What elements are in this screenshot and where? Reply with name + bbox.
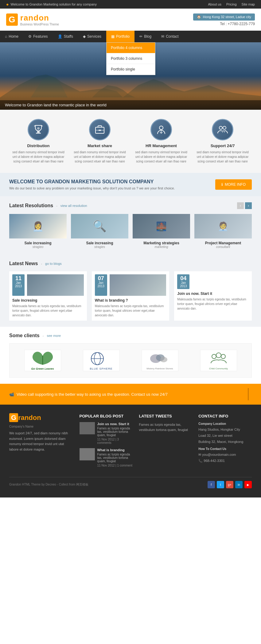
- client-mystery: Mistery Rainbow Stones: [142, 350, 178, 371]
- date-month-2: Jan: [97, 281, 105, 284]
- go-green-logo: Go Green Leaves: [29, 351, 56, 370]
- date-day-2: 07: [97, 276, 105, 281]
- clients-grid: Go Green Leaves BLUE SPHERE: [9, 343, 252, 378]
- main-nav: ⌂ Home ⚙ Features 👤 Staffs ◆ Services ▦ …: [0, 31, 261, 42]
- svg-point-11: [219, 126, 222, 129]
- dropdown-single[interactable]: Portfolio single: [107, 64, 155, 75]
- clients-link[interactable]: see more: [47, 334, 61, 337]
- pricing-link[interactable]: Pricing: [226, 2, 237, 6]
- resolution-title-4: Project Management: [194, 241, 252, 245]
- resolution-img-2: 🔍: [71, 214, 128, 238]
- contact-location-label: Company Location: [198, 422, 252, 425]
- resolution-cat-4: consultant: [194, 245, 252, 249]
- news-link[interactable]: go to blogs: [45, 262, 62, 265]
- feature-market-title: Market share: [73, 143, 127, 148]
- svg-point-6: [37, 127, 40, 130]
- news-2-top: 07 Jan 2013: [95, 274, 166, 296]
- feature-market-desc: sed diam nonumy eirmod tempor invid unt …: [73, 150, 127, 164]
- bridge-icon: 🌉: [156, 221, 167, 231]
- resolutions-dash: -: [56, 204, 57, 208]
- contact-email: ✉ you@vourdomain.com: [198, 452, 252, 458]
- facebook-icon[interactable]: f: [208, 481, 215, 488]
- resolution-img-4: 🧑‍💼: [194, 214, 252, 238]
- nav-features[interactable]: ⚙ Features: [23, 31, 53, 42]
- resolutions-title: Latest Resolutions: [9, 203, 53, 208]
- blue-sphere-svg: [90, 351, 105, 366]
- download-icon: [156, 124, 167, 135]
- top-links: About us Pricing Site map: [208, 2, 255, 6]
- nav-staffs-label: Staffs: [64, 34, 73, 39]
- welcome-title: WELCOME TO GRANDON MARKETING SOLUTION CO…: [9, 179, 175, 185]
- feature-distribution-desc: sed diam nonumy eirmod tempor invid unt …: [11, 150, 65, 164]
- child-comm-logo: Child Community: [208, 351, 229, 370]
- footer-company-name: Company's Name: [9, 425, 73, 428]
- footer-contact-info: Company Location Hang Studios, Hongkar C…: [198, 422, 252, 464]
- footer-desc: We suport 24/7, sed diam nonumy nibh eui…: [9, 431, 73, 452]
- resolutions-link[interactable]: view all resolution: [60, 204, 87, 208]
- footer-col-contact: CONTACT INFO Company Location Hang Studi…: [198, 414, 252, 471]
- resolutions-prev[interactable]: ‹: [237, 202, 244, 209]
- address-icon: 🏠: [197, 15, 201, 19]
- nav-services[interactable]: ◆ Services: [78, 31, 106, 42]
- svg-point-19: [212, 354, 216, 359]
- footer-post-1-info: Join us now. Start it Fames ac turpis eg…: [97, 422, 133, 444]
- feature-hr-title: HR Management: [134, 143, 188, 148]
- footer-post-1: Join us now. Start it Fames ac turpis eg…: [80, 422, 133, 444]
- sitemap-link[interactable]: Site map: [242, 2, 255, 6]
- googleplus-icon[interactable]: g+: [226, 481, 233, 488]
- search-icon-large: 🔍: [93, 220, 107, 233]
- logo-sub: Business WordPress Theme: [20, 23, 59, 26]
- resolutions-grid: 👩‍💼 Sale increasing stragieo 🔍 Sale incr…: [9, 214, 252, 249]
- resolution-title-3: Marketing strategies: [133, 241, 190, 245]
- twitter-icon[interactable]: t: [217, 481, 224, 488]
- address-text: Hong Kong 32 street, Ladue city: [203, 15, 251, 19]
- more-info-button[interactable]: ℹ MORE INFO: [215, 179, 252, 190]
- feature-distribution-title: Distribution: [11, 143, 65, 148]
- about-link[interactable]: About us: [208, 2, 221, 6]
- svg-rect-9: [99, 130, 101, 131]
- footer-post-title-2: What is branding: [97, 448, 133, 452]
- youtube-icon[interactable]: ▶: [244, 481, 252, 488]
- nav-portfolio[interactable]: ▦ Portfolio Portfolio 4 columns Portfoli…: [106, 31, 134, 42]
- news-thumb-1: [27, 274, 84, 296]
- svg-point-10: [159, 126, 163, 130]
- home-icon: ⌂: [5, 34, 7, 39]
- news-item-3: 04 Jan 2013 Join us now. Start it Malesu…: [174, 271, 252, 321]
- support-icon-circle: [212, 119, 233, 140]
- svg-rect-4: [37, 131, 40, 133]
- date-badge-3: 04 Jan 2013: [177, 274, 189, 289]
- linkedin-icon[interactable]: in: [235, 481, 243, 488]
- resolution-img-1: 👩‍💼: [9, 214, 67, 238]
- nav-home[interactable]: ⌂ Home: [0, 31, 23, 42]
- footer-col-about: Grandon Company's Name We suport 24/7, s…: [9, 414, 73, 471]
- resolutions-nav: ‹ ›: [237, 202, 252, 209]
- dropdown-3col[interactable]: Portfolio 3 columns: [107, 53, 155, 64]
- news-dash: -: [41, 262, 42, 265]
- footer-post-meta-2: 11 Nov 2012 | 1 comment: [97, 464, 133, 467]
- go-green-svg: [29, 351, 56, 366]
- people-icon: [217, 124, 228, 135]
- nav-contact[interactable]: ✉ Contact: [156, 31, 183, 42]
- client-blue-sphere: BLUE SPHERE: [83, 350, 120, 371]
- footer-blog-title: POPULAR BLOG POST: [80, 414, 133, 418]
- hero-caption: Welcome to Grandon land the romantic pla…: [0, 100, 261, 110]
- nav-services-label: Services: [87, 34, 101, 39]
- feature-support: Support 24/7 sed diam nonumy eirmod temp…: [196, 119, 250, 164]
- feature-support-desc: sed diam nonumy eirmod tempor invid unt …: [196, 150, 250, 164]
- cta-banner: 📹 Video call supporting is the better wa…: [0, 384, 261, 405]
- nav-staffs[interactable]: 👤 Staffs: [53, 31, 78, 42]
- cta-divider: [248, 388, 249, 400]
- resolutions-next[interactable]: ›: [245, 202, 252, 209]
- resolution-item-4: 🧑‍💼 Project Management consultant: [194, 214, 252, 249]
- footer-col-blog: POPULAR BLOG POST Join us now. Start it …: [80, 414, 133, 471]
- contact-icon: ✉: [161, 34, 164, 39]
- services-icon: ◆: [83, 34, 86, 39]
- dropdown-4col[interactable]: Portfolio 4 columns: [107, 43, 155, 53]
- svg-point-20: [216, 353, 221, 358]
- footer-post-comments-2: 1 comment: [117, 464, 132, 467]
- logo[interactable]: G randon Business WordPress Theme: [6, 13, 59, 26]
- svg-rect-5: [36, 133, 41, 134]
- footer-bottom-text: Grandon HTML Theme by Decneo - Collect f…: [9, 482, 88, 487]
- news-item-2: 07 Jan 2013 What is branding ? Malesuada…: [92, 271, 169, 321]
- nav-blog[interactable]: ✏ Blog: [134, 31, 156, 42]
